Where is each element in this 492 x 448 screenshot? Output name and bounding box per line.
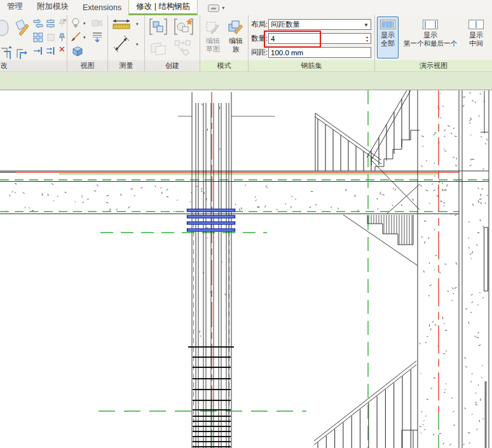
revit-window: 管理 附加模块 Extensions 修改 | 结构钢筋 ▾ <box>0 0 492 448</box>
panel-label-rebar-set: 钢筋集 <box>249 60 375 71</box>
show-all-button[interactable]: 显示 全部 <box>377 17 399 58</box>
create-parts-icon <box>149 39 169 57</box>
panel-label-bar: 改 视图 测量 创建 模式 钢筋集 演示视图 <box>0 60 492 71</box>
spacing-input[interactable] <box>271 49 369 57</box>
toggle-visibility-icon[interactable] <box>70 17 81 29</box>
show-all-label-1: 显示 <box>381 31 395 39</box>
panel-create <box>145 15 200 60</box>
trim-multiple-icon[interactable] <box>46 46 56 56</box>
ribbon-display-toggle[interactable]: ▾ <box>208 4 224 12</box>
layout-value: 间距数量 <box>271 20 300 29</box>
stairs-linework <box>367 130 488 291</box>
panel-modify: ✕ <box>0 15 67 60</box>
ribbon: ✕ ▾ <box>0 15 492 60</box>
upper-stair-steps <box>375 130 420 171</box>
show-middle-label-2: 中间 <box>469 39 483 48</box>
edit-sketch-label-2: 草图 <box>206 45 220 53</box>
tab-manage[interactable]: 管理 <box>0 0 30 15</box>
split-gap-elbow-icon[interactable] <box>15 43 29 60</box>
panel-label-presentation: 演示视图 <box>375 60 492 71</box>
layout-dropdown[interactable]: 间距数量 ▼ <box>268 19 371 30</box>
create-assembly-icon[interactable] <box>148 17 168 37</box>
show-middle-label-1: 显示 <box>469 31 483 39</box>
middle-stair-steps <box>367 215 413 245</box>
spacing-label: 间距: <box>251 48 268 57</box>
spinner-down-icon[interactable]: ▼ <box>364 39 370 43</box>
panel-mode: 编辑 草图 编辑 族 <box>200 15 249 60</box>
pin-icon[interactable] <box>58 32 67 43</box>
tab-extensions[interactable]: Extensions <box>76 1 128 15</box>
tab-modify-structural-rebar[interactable]: 修改 | 结构钢筋 <box>128 0 198 15</box>
drawing-area <box>0 90 492 448</box>
wall-recess <box>484 227 488 291</box>
show-first-last-label-1: 显示 <box>423 31 437 39</box>
array-icon[interactable] <box>33 32 43 43</box>
offset-icon[interactable] <box>46 18 56 29</box>
show-all-icon <box>379 19 396 30</box>
ribbon-tab-bar: 管理 附加模块 Extensions 修改 | 结构钢筋 ▾ <box>0 0 492 15</box>
show-first-last-label-2: 第一个和最后一个 <box>404 39 457 48</box>
options-bar <box>0 71 492 90</box>
render-camera-icon <box>92 18 103 28</box>
drawing-canvas[interactable] <box>0 90 492 448</box>
measure-tape-icon[interactable] <box>111 18 132 31</box>
unpin-icon <box>58 18 67 29</box>
edit-family-label-2: 族 <box>233 45 240 53</box>
edit-family-button[interactable]: 编辑 族 <box>225 17 247 58</box>
dropdown-caret-icon[interactable]: ▼ <box>364 22 369 28</box>
edit-sketch-icon <box>205 19 221 36</box>
quantity-label: 数量: <box>251 34 268 43</box>
show-all-label-2: 全部 <box>381 39 395 48</box>
edit-family-icon <box>228 19 244 36</box>
edit-geometry-icon[interactable] <box>13 17 30 39</box>
edit-family-label-1: 编辑 <box>229 37 243 45</box>
trim-icon[interactable] <box>33 46 43 56</box>
modify-partial-icon[interactable] <box>0 18 11 38</box>
paintbrush-icon[interactable] <box>70 31 81 43</box>
show-middle-icon <box>468 19 484 30</box>
panel-label-create: 创建 <box>145 60 200 71</box>
spacing-field[interactable] <box>268 47 371 58</box>
show-first-last-button[interactable]: 显示 第一个和最后一个 <box>400 17 461 58</box>
panel-label-modify: 改 <box>0 60 67 71</box>
aligned-dimension-icon[interactable] <box>113 34 130 53</box>
dimension-flyout-caret-icon[interactable]: ▾ <box>136 42 139 46</box>
show-first-last-icon <box>422 19 439 30</box>
edit-sketch-button: 编辑 草图 <box>202 17 224 58</box>
panel-label-measure: 测量 <box>108 60 145 71</box>
align-icon[interactable] <box>33 18 43 29</box>
panel-view: ▾ ▾ <box>67 15 108 60</box>
panel-label-mode: 模式 <box>200 60 249 71</box>
create-group-icon[interactable] <box>173 17 195 37</box>
default-3d-view-icon[interactable] <box>71 44 85 57</box>
measure-flyout-caret-icon[interactable]: ▾ <box>136 22 139 26</box>
quantity-stepper[interactable]: ▲ ▼ <box>268 33 371 44</box>
scale-icon <box>46 32 56 43</box>
visibility-flyout-caret-icon[interactable]: ▾ <box>83 21 86 25</box>
quantity-spinner[interactable]: ▲ ▼ <box>364 34 370 43</box>
edit-sketch-label-1: 编辑 <box>206 37 220 45</box>
split-elbow-icon[interactable] <box>0 43 14 60</box>
panel-presentation: 显示 全部 显示 第一个和最后一个 <box>375 15 492 60</box>
panel-label-view: 视图 <box>67 60 108 71</box>
layout-label: 布局: <box>251 20 268 29</box>
panel-rebar-set: 布局: 间距数量 ▼ 数量: ▲ ▼ 间距: <box>249 15 375 60</box>
paintbrush-flyout-caret-icon[interactable]: ▾ <box>83 35 86 39</box>
concrete-hatch <box>6 93 488 445</box>
chevron-down-icon: ▾ <box>222 6 224 11</box>
quantity-input[interactable] <box>271 35 369 43</box>
ribbon-minimize-icon <box>208 4 219 12</box>
tab-addins[interactable]: 附加模块 <box>30 0 76 15</box>
create-similar-icon <box>173 39 193 57</box>
panel-measure: ▾ ▾ <box>108 15 145 60</box>
delete-icon[interactable]: ✕ <box>58 44 65 54</box>
structure-linework <box>0 90 489 448</box>
thin-lines-icon[interactable] <box>92 31 103 43</box>
show-middle-button[interactable]: 显示 中间 <box>462 17 490 58</box>
